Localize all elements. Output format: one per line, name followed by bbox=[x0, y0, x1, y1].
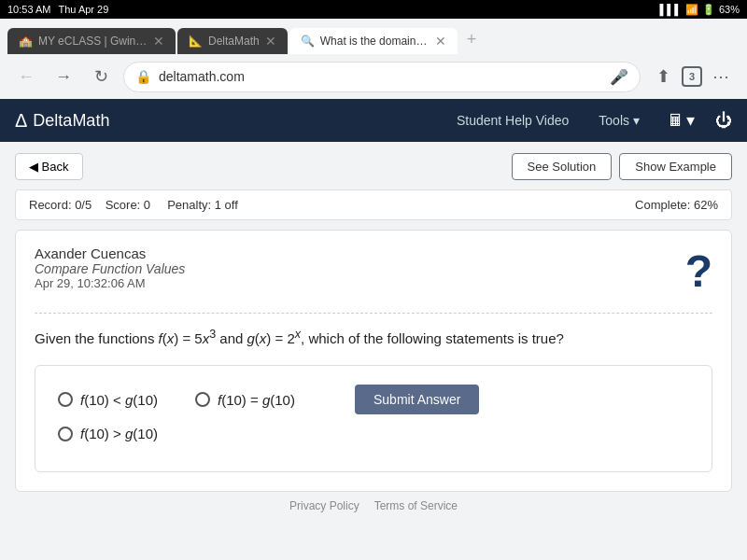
radio-1[interactable] bbox=[58, 392, 73, 407]
status-time: 10:53 AM bbox=[7, 4, 50, 15]
terms-link[interactable]: Terms of Service bbox=[374, 499, 458, 512]
submit-answer-button[interactable]: Submit Answer bbox=[355, 385, 479, 414]
tab-domain[interactable]: 🔍 What is the domain and [ ✕ bbox=[289, 28, 458, 54]
back-button[interactable]: ← bbox=[11, 62, 41, 91]
reload-button[interactable]: ↻ bbox=[86, 62, 116, 91]
status-date: Thu Apr 29 bbox=[58, 4, 108, 15]
logout-icon: ⏻ bbox=[715, 111, 732, 130]
tab-eclass-title: MY eCLASS | Gwinnett C bbox=[38, 35, 148, 48]
var-x3: x bbox=[260, 330, 267, 346]
record-bar: Record: 0/5 Score: 0 Penalty: 1 off Comp… bbox=[15, 189, 732, 220]
complete-text: Complete: 62% bbox=[635, 198, 718, 212]
options-row-1: f(10) < g(10) f(10) = g(10) Submit Answe… bbox=[58, 385, 689, 414]
see-solution-button[interactable]: See Solution bbox=[512, 153, 613, 180]
tab-deltamath-close[interactable]: ✕ bbox=[265, 34, 276, 49]
calculator-icon: 🖩 bbox=[668, 111, 684, 131]
delta-icon: Δ bbox=[15, 110, 27, 132]
student-name: Axander Cuencas bbox=[35, 245, 185, 261]
new-tab-button[interactable]: + bbox=[459, 26, 485, 53]
back-nav-button[interactable]: ◀ Back bbox=[15, 153, 83, 180]
radio-3[interactable] bbox=[58, 427, 73, 441]
tab-deltamath-title: DeltaMath bbox=[208, 35, 260, 48]
func-f: f bbox=[159, 330, 162, 346]
penalty-text: Penalty: 1 off bbox=[167, 198, 238, 212]
option-1[interactable]: f(10) < g(10) bbox=[58, 392, 158, 408]
show-example-button[interactable]: Show Example bbox=[619, 153, 732, 180]
calc-arrow-icon: ▾ bbox=[686, 110, 695, 131]
battery-icon: 🔋 bbox=[702, 4, 715, 16]
option-2[interactable]: f(10) = g(10) bbox=[195, 392, 295, 408]
tab-deltamath-favicon: 📐 bbox=[189, 35, 203, 48]
footer: Privacy Policy Terms of Service bbox=[15, 492, 732, 520]
student-time: Apr 29, 10:32:06 AM bbox=[35, 276, 185, 290]
address-bar[interactable]: 🔒 deltamath.com 🎤 bbox=[123, 62, 641, 92]
option-3[interactable]: f(10) > g(10) bbox=[58, 426, 158, 441]
forward-button[interactable]: → bbox=[49, 62, 78, 91]
lock-icon: 🔒 bbox=[135, 69, 151, 84]
tools-arrow-icon: ▾ bbox=[633, 113, 640, 128]
app-logo: Δ DeltaMath bbox=[15, 110, 109, 132]
var-x1: x bbox=[167, 330, 175, 346]
complete-info: Complete: 62% bbox=[635, 198, 718, 212]
score-text: Score: 0 bbox=[106, 198, 150, 212]
battery-percent: 63% bbox=[719, 4, 740, 15]
app-name: DeltaMath bbox=[33, 111, 109, 131]
question-card: Axander Cuencas Compare Function Values … bbox=[15, 230, 732, 492]
answer-box: f(10) < g(10) f(10) = g(10) Submit Answe… bbox=[35, 365, 712, 472]
tab-domain-favicon: 🔍 bbox=[301, 35, 315, 48]
tab-eclass-close[interactable]: ✕ bbox=[153, 34, 164, 49]
var-x4: x bbox=[295, 328, 301, 341]
option-2-label: f(10) = g(10) bbox=[218, 392, 295, 408]
question-text: Given the functions f(x) = 5x3 and g(x) … bbox=[35, 325, 712, 350]
status-bar: 10:53 AM Thu Apr 29 ▌▌▌ 📶 🔋 63% bbox=[0, 0, 747, 19]
mic-icon[interactable]: 🎤 bbox=[610, 68, 628, 86]
tab-deltamath[interactable]: 📐 DeltaMath ✕ bbox=[177, 28, 288, 54]
tab-eclass-favicon: 🏫 bbox=[19, 35, 33, 48]
student-topic: Compare Function Values bbox=[35, 261, 185, 276]
signal-icon: ▌▌▌ bbox=[660, 4, 682, 15]
tab-count[interactable]: 3 bbox=[682, 66, 702, 87]
option-1-label: f(10) < g(10) bbox=[80, 392, 158, 408]
options-row-2: f(10) > g(10) bbox=[58, 426, 689, 441]
share-button[interactable]: ⬆ bbox=[648, 62, 678, 91]
student-help-link[interactable]: Student Help Video bbox=[449, 109, 576, 132]
tab-bar: 🏫 MY eCLASS | Gwinnett C ✕ 📐 DeltaMath ✕… bbox=[0, 19, 747, 54]
radio-2[interactable] bbox=[195, 392, 210, 407]
more-button[interactable]: ⋯ bbox=[706, 62, 736, 91]
tools-label: Tools bbox=[599, 113, 629, 128]
privacy-link[interactable]: Privacy Policy bbox=[289, 499, 359, 512]
toolbar: ◀ Back See Solution Show Example bbox=[15, 153, 732, 180]
calculator-button[interactable]: 🖩 ▾ bbox=[662, 106, 700, 134]
func-g: g bbox=[247, 330, 255, 346]
url-text: deltamath.com bbox=[159, 69, 602, 84]
nav-bar: ← → ↻ 🔒 deltamath.com 🎤 ⬆ 3 ⋯ bbox=[0, 54, 747, 99]
record-text: Record: 0/5 bbox=[29, 198, 92, 212]
tab-domain-title: What is the domain and [ bbox=[320, 35, 430, 48]
main-content: ◀ Back See Solution Show Example Record:… bbox=[0, 142, 747, 560]
tab-domain-close[interactable]: ✕ bbox=[435, 34, 446, 49]
question-divider bbox=[35, 313, 712, 314]
help-icon[interactable]: ? bbox=[685, 245, 712, 297]
app-header: Δ DeltaMath Student Help Video Tools ▾ 🖩… bbox=[0, 99, 747, 142]
logout-button[interactable]: ⏻ bbox=[715, 111, 732, 131]
student-info: Axander Cuencas Compare Function Values … bbox=[35, 245, 185, 290]
record-info: Record: 0/5 Score: 0 Penalty: 1 off bbox=[29, 198, 238, 212]
wifi-icon: 📶 bbox=[685, 4, 698, 16]
option-3-label: f(10) > g(10) bbox=[80, 426, 158, 441]
tools-menu[interactable]: Tools ▾ bbox=[591, 109, 647, 132]
tab-eclass[interactable]: 🏫 MY eCLASS | Gwinnett C ✕ bbox=[7, 28, 176, 54]
